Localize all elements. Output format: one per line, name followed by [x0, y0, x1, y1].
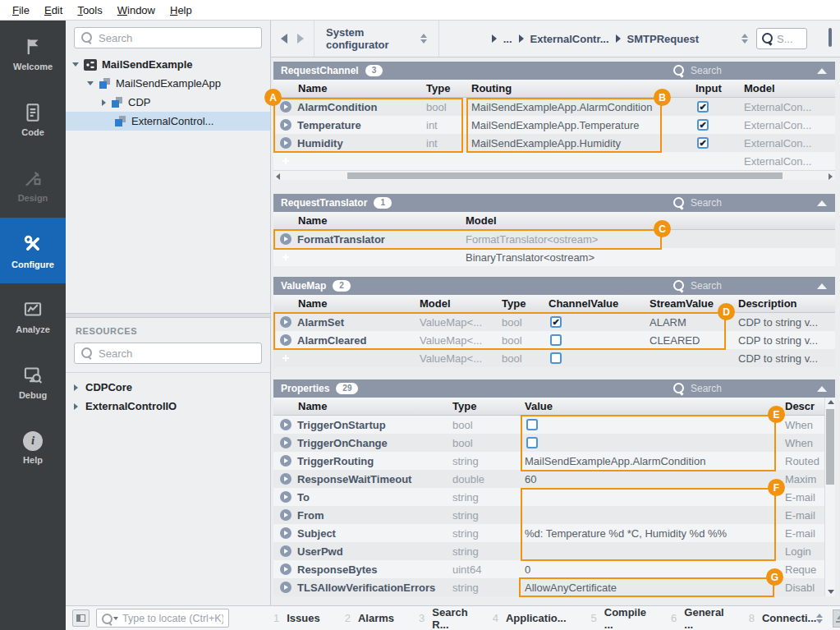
- activity-help[interactable]: i Help: [0, 415, 66, 481]
- column-header-name[interactable]: Name: [273, 82, 421, 94]
- table-row[interactable]: ResponseBytes uint64 0 Reque: [273, 560, 835, 578]
- collapse-panel-icon[interactable]: [817, 68, 827, 74]
- add-row[interactable]: BinaryTranslator<ostream>: [273, 248, 835, 266]
- column-header-value[interactable]: Value: [520, 400, 780, 412]
- table-row[interactable]: AlarmSet ValueMap<... bool ✔ ALARM CDP t…: [273, 313, 835, 331]
- updown-arrows-icon[interactable]: [816, 614, 823, 623]
- scroll-down-icon[interactable]: [828, 590, 834, 594]
- column-header-input[interactable]: Input: [691, 82, 736, 94]
- column-header-type[interactable]: Type: [421, 82, 466, 94]
- chevron-right-icon[interactable]: [102, 99, 106, 106]
- tab-general-messages[interactable]: 6General ...: [671, 606, 724, 630]
- toolbar-search-input[interactable]: [777, 33, 801, 45]
- value-checkbox[interactable]: [526, 419, 538, 430]
- table-row[interactable]: ResponseWaitTimeout double 60 Maxim: [273, 470, 835, 488]
- tab-issues[interactable]: 1Issues: [273, 612, 320, 624]
- column-header-name[interactable]: Name: [273, 214, 461, 227]
- menu-help[interactable]: Help: [163, 2, 200, 19]
- channel-value-checkbox[interactable]: [550, 352, 562, 364]
- column-header-name[interactable]: Name: [273, 297, 415, 310]
- breadcrumb-root[interactable]: ...: [503, 33, 512, 45]
- input-checkbox[interactable]: ✔: [697, 101, 709, 113]
- chevron-down-icon[interactable]: [87, 81, 94, 85]
- scrollbar-thumb[interactable]: [347, 172, 783, 179]
- column-header-description[interactable]: Description: [733, 297, 835, 310]
- tab-alarms[interactable]: 2Alarms: [345, 612, 394, 624]
- expand-output-pane-button[interactable]: [833, 609, 840, 628]
- scroll-left-icon[interactable]: [276, 173, 280, 180]
- property-value[interactable]: MailSendExampleApp.AlarmCondition: [520, 455, 780, 467]
- collapse-panel-icon[interactable]: [817, 386, 827, 392]
- table-row[interactable]: AlarmCondition bool MailSendExampleApp.A…: [273, 98, 835, 116]
- horizontal-scrollbar[interactable]: [273, 170, 835, 180]
- expand-row-icon[interactable]: [280, 334, 291, 346]
- mode-selector[interactable]: System configurator: [314, 21, 439, 57]
- expand-row-icon[interactable]: [280, 316, 291, 328]
- explorer-search-input[interactable]: [99, 32, 255, 44]
- expand-row-icon[interactable]: [280, 137, 291, 149]
- add-row[interactable]: ValueMap<... bool CDP to string v...: [273, 349, 835, 367]
- expand-row-icon[interactable]: [280, 455, 291, 467]
- panel-search[interactable]: Search: [673, 280, 722, 292]
- table-row[interactable]: Humidity int MailSendExampleApp.Humidity…: [273, 134, 835, 152]
- scroll-up-icon[interactable]: [828, 400, 834, 404]
- tab-search-results[interactable]: 3Search R...: [419, 606, 468, 630]
- panel-search[interactable]: Search: [673, 197, 722, 209]
- column-header-name[interactable]: Name: [273, 400, 448, 412]
- expand-row-icon[interactable]: [280, 119, 291, 131]
- table-row[interactable]: TLSAllowVerificationErrors string AllowA…: [273, 578, 835, 596]
- add-row[interactable]: ExternalCon...: [273, 152, 835, 170]
- menu-file[interactable]: File: [5, 2, 37, 19]
- chevron-down-icon[interactable]: [72, 62, 79, 67]
- expand-row-icon[interactable]: [280, 473, 291, 485]
- expand-row-icon[interactable]: [280, 419, 291, 430]
- scrollbar-thumb[interactable]: [826, 409, 834, 485]
- table-row[interactable]: TriggerRouting string MailSendExampleApp…: [273, 452, 835, 470]
- table-row[interactable]: TriggerOnStartup bool When: [273, 416, 835, 434]
- vertical-scrollbar[interactable]: [824, 398, 835, 596]
- activity-analyze[interactable]: Analyze: [0, 283, 66, 349]
- input-checkbox[interactable]: ✔: [697, 119, 709, 131]
- property-value[interactable]: %d: Temperature %d *C, Humidity %d %%: [520, 527, 780, 540]
- collapse-panel-icon[interactable]: [817, 200, 827, 206]
- tab-application-output[interactable]: 4Applicatio...: [493, 612, 567, 624]
- table-row[interactable]: TriggerOnChange bool When: [273, 434, 835, 452]
- back-icon[interactable]: [281, 34, 287, 44]
- property-value[interactable]: AllowAnyCertificate: [520, 582, 780, 594]
- menu-tools[interactable]: Tools: [70, 2, 109, 19]
- table-row[interactable]: FormatTranslator FormatTranslator<ostrea…: [273, 230, 835, 248]
- collapse-panel-icon[interactable]: [817, 283, 827, 289]
- float-view-button[interactable]: [825, 31, 840, 46]
- tree-item-cdp[interactable]: CDP: [66, 93, 270, 112]
- activity-debug[interactable]: Debug: [0, 349, 66, 415]
- column-header-channelvalue[interactable]: ChannelValue: [544, 297, 645, 310]
- table-row[interactable]: To string E-mail: [273, 488, 835, 506]
- table-row[interactable]: UserPwd string Login: [273, 542, 835, 560]
- activity-configure[interactable]: Configure: [0, 218, 66, 283]
- property-value[interactable]: 60: [520, 473, 780, 485]
- resources-search-input[interactable]: [99, 347, 255, 360]
- channel-value-checkbox[interactable]: ✔: [550, 316, 562, 328]
- value-checkbox[interactable]: [526, 437, 538, 448]
- locate-input[interactable]: [122, 613, 223, 624]
- sidebar-toggle-button[interactable]: [72, 609, 90, 627]
- menu-edit[interactable]: Edit: [37, 2, 70, 19]
- chevron-right-icon[interactable]: [74, 384, 78, 391]
- expand-row-icon[interactable]: [280, 101, 291, 113]
- chevron-right-icon[interactable]: [74, 403, 78, 410]
- channel-value-checkbox[interactable]: [550, 334, 562, 346]
- expand-row-icon[interactable]: [280, 582, 291, 593]
- tree-item-project[interactable]: MailSendExample: [66, 55, 270, 74]
- breadcrumb-parent[interactable]: ExternalContr...: [530, 33, 609, 45]
- column-header-descr[interactable]: Descr: [780, 400, 824, 412]
- panel-search[interactable]: Search: [673, 65, 722, 76]
- updown-arrows-icon[interactable]: [741, 34, 748, 44]
- tab-compile-output[interactable]: 5Compile ...: [591, 606, 647, 630]
- expand-row-icon[interactable]: [280, 509, 291, 521]
- forward-icon[interactable]: [297, 34, 304, 44]
- table-row[interactable]: From string E-mail: [273, 506, 835, 524]
- resource-item-externalcontrolio[interactable]: ExternalControlIO: [66, 397, 270, 416]
- table-row[interactable]: Subject string %d: Temperature %d *C, Hu…: [273, 524, 835, 542]
- resource-item-cdpcore[interactable]: CDPCore: [66, 378, 270, 397]
- expand-row-icon[interactable]: [280, 437, 291, 448]
